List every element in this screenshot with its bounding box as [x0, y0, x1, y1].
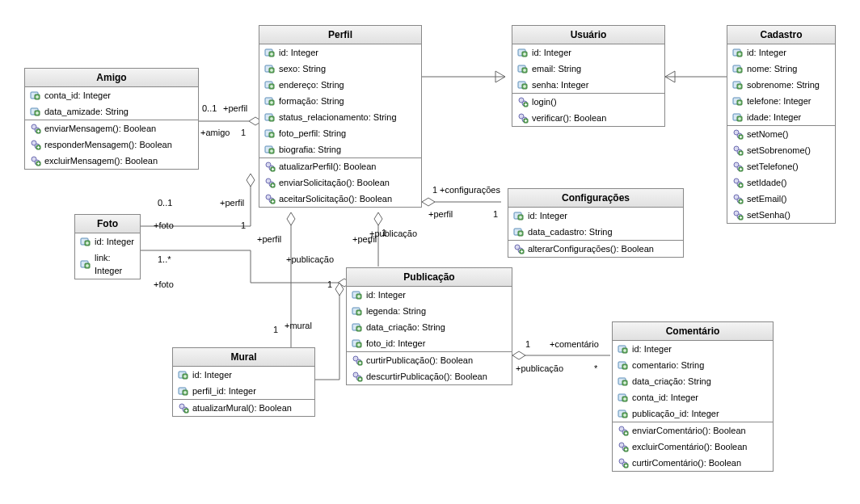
- class-title: Mural: [173, 348, 314, 367]
- operation-label: curtirPublicação(): Boolean: [366, 354, 473, 367]
- attribute-row: endereço: String: [259, 77, 421, 93]
- operation-label: aceitarSolicitação(): Boolean: [279, 192, 392, 205]
- operation-row: enviarMensagem(): Boolean: [25, 120, 198, 136]
- operation-icon: [732, 193, 744, 204]
- attribute-label: publicação_id: Integer: [632, 407, 719, 420]
- assoc-label: +foto: [154, 220, 174, 230]
- class-title: Foto: [75, 215, 140, 233]
- attribute-icon: [517, 63, 529, 74]
- attribute-label: link: Integer: [95, 251, 135, 277]
- operations-section: atualizarMural(): Boolean: [173, 400, 314, 416]
- svg-marker-16: [287, 212, 295, 225]
- svg-marker-19: [335, 283, 344, 296]
- attribute-icon: [30, 90, 41, 101]
- attribute-icon: [352, 305, 363, 317]
- assoc-label: 1..*: [158, 254, 171, 264]
- attribute-row: telefone: Integer: [727, 93, 835, 109]
- class-amigo: Amigo conta_id: Integerdata_amizade: Str…: [24, 68, 199, 170]
- attribute-icon: [264, 47, 276, 58]
- operation-label: excluirComentário(): Boolean: [632, 440, 747, 453]
- attribute-icon: [352, 321, 363, 333]
- attributes-section: conta_id: Integerdata_amizade: String: [25, 87, 198, 120]
- attribute-label: sobrenome: String: [747, 78, 820, 91]
- attribute-label: status_relacionamento: String: [279, 111, 397, 124]
- attribute-label: id: Integer: [632, 342, 672, 355]
- class-title: Comentário: [613, 322, 773, 341]
- attribute-icon: [618, 376, 629, 387]
- svg-marker-14: [374, 212, 382, 225]
- assoc-label: +perfil: [428, 209, 453, 219]
- operations-section: setNome()setSobrenome()setTelefone()setI…: [727, 126, 835, 223]
- operation-icon: [30, 155, 41, 166]
- attribute-row: foto_perfil: String: [259, 125, 421, 141]
- operation-row: descurtirPublicação(): Boolean: [347, 368, 512, 384]
- assoc-label: +amigo: [200, 128, 230, 137]
- class-configuracoes: Configurações id: Integerdata_cadastro: …: [508, 188, 684, 258]
- attribute-icon: [732, 79, 744, 90]
- attribute-label: biografia: String: [279, 143, 341, 156]
- operations-section: enviarMensagem(): BooleanresponderMensag…: [25, 120, 198, 169]
- attribute-label: formação: String: [279, 94, 344, 107]
- operation-label: setIdade(): [747, 176, 787, 189]
- attribute-icon: [513, 226, 525, 237]
- operation-label: setNome(): [747, 128, 788, 141]
- class-comentario: Comentário id: Integercomentario: String…: [612, 321, 774, 472]
- operation-icon: [264, 193, 276, 204]
- class-title: Perfil: [259, 26, 421, 44]
- attribute-label: id: Integer: [747, 46, 786, 59]
- attribute-label: id: Integer: [366, 288, 406, 301]
- attribute-row: id: Integer: [508, 208, 683, 224]
- assoc-label: *: [368, 239, 371, 249]
- attribute-label: data_cadastro: String: [528, 225, 613, 238]
- operation-label: setEmail(): [747, 192, 787, 205]
- attribute-row: email: String: [512, 61, 664, 77]
- assoc-label: 1: [493, 209, 498, 219]
- assoc-label: 1: [525, 339, 530, 349]
- attribute-icon: [618, 392, 629, 403]
- attribute-icon: [264, 111, 276, 123]
- attribute-icon: [732, 63, 744, 74]
- attribute-label: comentario: String: [632, 359, 704, 372]
- attribute-icon: [352, 289, 363, 300]
- operation-label: alterarConfigurações(): Boolean: [528, 242, 654, 255]
- attribute-icon: [352, 338, 363, 349]
- operation-row: curtirComentário(): Boolean: [613, 455, 773, 471]
- operation-icon: [732, 145, 744, 156]
- class-foto: Foto id: Integerlink: Integer: [74, 214, 141, 279]
- attribute-label: telefone: Integer: [747, 94, 812, 107]
- attribute-row: sobrenome: String: [727, 77, 835, 93]
- operation-row: excluirComentário(): Boolean: [613, 439, 773, 455]
- attribute-icon: [517, 79, 529, 90]
- operation-icon: [264, 177, 276, 188]
- operation-label: responderMensagem(): Boolean: [44, 138, 172, 151]
- operation-label: setSobrenome(): [747, 144, 811, 157]
- operation-icon: [732, 128, 744, 140]
- attribute-icon: [264, 95, 276, 107]
- attributes-section: id: Integerperfil_id: Integer: [173, 367, 314, 400]
- operation-label: login(): [532, 95, 557, 108]
- attribute-icon: [264, 128, 276, 139]
- attribute-label: conta_id: Integer: [632, 391, 698, 404]
- attribute-icon: [80, 236, 91, 247]
- attribute-row: data_criação: String: [347, 319, 512, 335]
- class-cadastro: Cadastro id: Integernome: Stringsobrenom…: [727, 25, 836, 224]
- attribute-row: legenda: String: [347, 303, 512, 319]
- operation-row: setNome(): [727, 126, 835, 142]
- attribute-label: id: Integer: [532, 46, 571, 59]
- class-title: Configurações: [508, 189, 683, 208]
- attribute-row: senha: Integer: [512, 77, 664, 93]
- operation-icon: [513, 243, 525, 254]
- class-title: Publicação: [347, 268, 512, 287]
- attribute-row: nome: String: [727, 61, 835, 77]
- operation-icon: [732, 161, 744, 172]
- attributes-section: id: Integernome: Stringsobrenome: String…: [727, 44, 835, 126]
- operation-row: atualizarMural(): Boolean: [173, 400, 314, 416]
- operation-row: aceitarSolicitação(): Boolean: [259, 191, 421, 207]
- operation-row: setEmail(): [727, 191, 835, 207]
- attributes-section: id: Integersexo: Stringendereço: Stringf…: [259, 44, 421, 158]
- attribute-row: id: Integer: [613, 341, 773, 357]
- attribute-label: email: String: [532, 62, 581, 75]
- operation-icon: [517, 112, 529, 124]
- attribute-row: id: Integer: [259, 44, 421, 61]
- attribute-label: id: Integer: [95, 235, 134, 248]
